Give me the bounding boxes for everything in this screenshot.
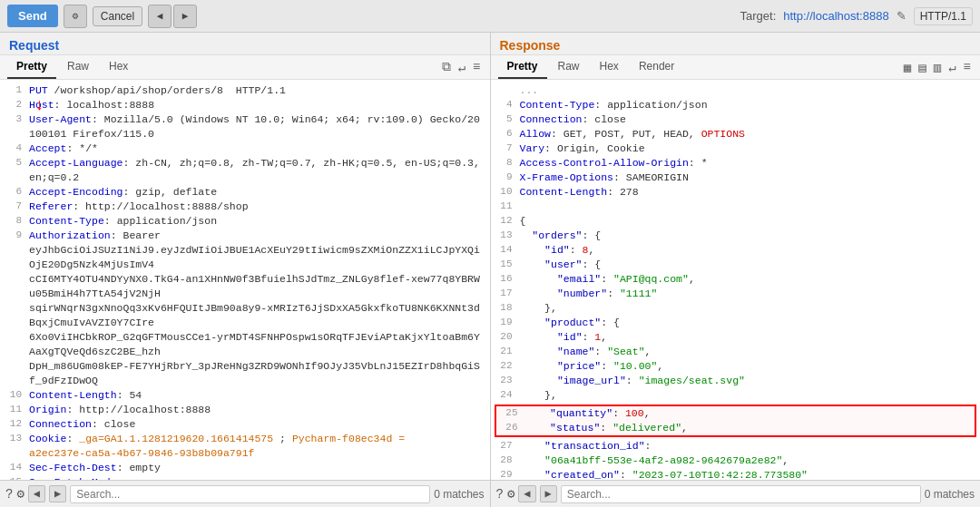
resp-json-14: 14 "id": 8,: [491, 243, 981, 258]
resp-json-25: 25 "quantity": 100,: [496, 406, 975, 421]
request-line-13: 13 Cookie: _ga=GA1.1.1281219620.16614145…: [0, 432, 490, 446]
settings-icon-left[interactable]: ⚙: [16, 486, 24, 502]
request-line-8: 8 Content-Type: application/json: [0, 214, 490, 229]
response-panel: Response Pretty Raw Hex Render ▦ ▤ ▥ ↵ ≡…: [491, 33, 981, 480]
layout-cols-icon[interactable]: ▥: [932, 58, 943, 77]
request-line-10: 10 Content-Length: 54: [0, 388, 490, 403]
matches-left: 0 matches: [434, 488, 484, 501]
resp-line-4: 4 Content-Type: application/json: [491, 98, 981, 112]
request-line-9d: 6Xo0ViIHCbkROP_G2qGFTMousCCe1-yrMDT4SFNH…: [0, 330, 490, 359]
resp-json-16: 16 "email": "API@qq.com",: [491, 272, 981, 287]
forward-nav-left[interactable]: ▶: [49, 485, 66, 502]
request-line-5: 5 Accept-Language: zh-CN, zh;q=0.8, zh-T…: [0, 156, 490, 185]
tab-hex-response[interactable]: Hex: [591, 55, 628, 79]
resp-json-20: 20 "id": 1,: [491, 330, 981, 345]
response-search-bar: ? ⚙ ◀ ▶ 0 matches: [491, 481, 981, 507]
question-icon-right[interactable]: ?: [496, 487, 504, 502]
back-arrow-icon[interactable]: ◀: [148, 5, 172, 28]
red-arrow-icon: ↓: [34, 96, 44, 114]
request-line-14: 14 Sec-Fetch-Dest: empty: [0, 461, 490, 475]
tab-hex-request[interactable]: Hex: [100, 55, 137, 79]
request-panel: Request Pretty Raw Hex ⧉ ↵ ≡ 1 PUT /work…: [0, 33, 491, 480]
nav-arrows: ◀ ▶: [148, 5, 197, 28]
resp-json-22: 22 "price": "10.00",: [491, 359, 981, 374]
http-method-badge[interactable]: HTTP/1.1: [914, 7, 973, 25]
layout-list-icon[interactable]: ▤: [916, 58, 927, 77]
search-input-request[interactable]: [70, 485, 430, 503]
resp-line-5: 5 Connection: close: [491, 112, 981, 127]
main-content: Request Pretty Raw Hex ⧉ ↵ ≡ 1 PUT /work…: [0, 33, 980, 480]
request-line-9: 9 Authorization: Bearer: [0, 229, 490, 243]
request-code-area[interactable]: 1 PUT /workshop/api/shop/orders/8 HTTP/1…: [0, 80, 490, 480]
tab-render-response[interactable]: Render: [630, 55, 683, 79]
request-line-15: 15 Sec-Fetch-Mode: cors: [0, 475, 490, 480]
layout-grid-icon[interactable]: ▦: [902, 58, 913, 77]
resp-json-12: 12 {: [491, 214, 981, 229]
wrap-icon-request[interactable]: ↵: [456, 58, 467, 77]
cancel-button[interactable]: Cancel: [93, 6, 142, 26]
request-line-11: 11 Origin: http://localhost:8888: [0, 403, 490, 417]
request-line-3: 3 User-Agent: Mozilla/5.0 (Windows NT 10…: [0, 112, 490, 141]
toolbar-right: Target: http://localhost:8888 ✎ HTTP/1.1: [740, 7, 973, 25]
request-line-9e: DpH_m86UGm08kEP-FE7YHjRbrY_3pJReHNg3ZRD9…: [0, 359, 490, 388]
matches-right: 0 matches: [925, 488, 975, 501]
menu-icon-response[interactable]: ≡: [962, 58, 973, 76]
back-nav-left[interactable]: ◀: [28, 485, 45, 502]
tab-raw-response[interactable]: Raw: [549, 55, 589, 79]
tab-raw-request[interactable]: Raw: [58, 55, 98, 79]
resp-line-7: 7 Vary: Origin, Cookie: [491, 141, 981, 156]
resp-json-23: 23 "image_url": "images/seat.svg": [491, 374, 981, 388]
request-search-bar: ? ⚙ ◀ ▶ 0 matches: [0, 481, 491, 507]
request-tabs-bar: Pretty Raw Hex ⧉ ↵ ≡: [0, 55, 490, 80]
resp-json-26: 26 "status": "delivered",: [496, 421, 975, 435]
resp-json-13: 13 "orders": {: [491, 229, 981, 243]
back-nav-right[interactable]: ◀: [518, 485, 535, 502]
resp-json-17: 17 "number": "1111": [491, 287, 981, 301]
resp-line-9: 9 X-Frame-Options: SAMEORIGIN: [491, 171, 981, 185]
request-line-9b: cCI6MTY4OTU4NDYyNX0.TkG4-an1XHnNW0f3Bfui…: [0, 272, 490, 301]
toolbar: Send ⚙ Cancel ◀ ▶ Target: http://localho…: [0, 0, 980, 33]
request-line-1: 1 PUT /workshop/api/shop/orders/8 HTTP/1…: [0, 83, 490, 98]
resp-line-11: 11: [491, 200, 981, 214]
copy-icon-request[interactable]: ⧉: [440, 58, 453, 76]
request-line-9a: eyJhbGciOiJSUzI1NiJ9.eyJzdWIiOiJBUE1AcXE…: [0, 243, 490, 272]
send-button[interactable]: Send: [7, 5, 58, 27]
settings-icon[interactable]: ⚙: [64, 5, 87, 28]
forward-arrow-icon[interactable]: ▶: [173, 5, 197, 28]
tab-pretty-response[interactable]: Pretty: [498, 55, 547, 79]
resp-json-27: 27 "transaction_id":: [491, 439, 981, 453]
request-line-7: 7 Referer: http://localhost:8888/shop: [0, 200, 490, 214]
forward-nav-right[interactable]: ▶: [540, 485, 557, 502]
bottom-bar: ? ⚙ ◀ ▶ 0 matches ? ⚙ ◀ ▶ 0 matches: [0, 480, 980, 507]
response-json-highlight: 25 "quantity": 100, 26 "status": "delive…: [495, 405, 977, 437]
request-line-12: 12 Connection: close: [0, 417, 490, 432]
target-label: Target:: [740, 9, 777, 23]
resp-line-cut: ...: [491, 83, 981, 98]
response-tab-icons: ▦ ▤ ▥ ↵ ≡: [902, 58, 973, 77]
response-title: Response: [491, 33, 981, 55]
request-tab-icons: ⧉ ↵ ≡: [440, 58, 483, 77]
resp-json-29: 29 "created_on": "2023-07-10T10:42:28.77…: [491, 468, 981, 480]
request-line-4: 4 Accept: */*: [0, 141, 490, 156]
resp-json-18: 18 },: [491, 301, 981, 316]
edit-icon[interactable]: ✎: [897, 9, 906, 23]
settings-icon-right[interactable]: ⚙: [507, 486, 514, 502]
resp-json-15: 15 "user": {: [491, 258, 981, 272]
menu-icon-request[interactable]: ≡: [471, 58, 482, 76]
wrap-icon-response[interactable]: ↵: [946, 58, 957, 77]
request-line-2: 2 Host: localhost:8888 ↓: [0, 98, 490, 112]
request-title: Request: [0, 33, 490, 55]
resp-line-10: 10 Content-Length: 278: [491, 185, 981, 200]
target-url[interactable]: http://localhost:8888: [783, 9, 888, 23]
response-code-area[interactable]: ... 4 Content-Type: application/json 5 C…: [491, 80, 981, 480]
resp-json-24: 24 },: [491, 388, 981, 403]
request-line-13a: a2ec237e-ca5a-4b67-9846-93b8b09a791f: [0, 446, 490, 461]
tab-pretty-request[interactable]: Pretty: [7, 55, 56, 79]
search-input-response[interactable]: [561, 485, 921, 503]
request-line-6: 6 Accept-Encoding: gzip, deflate: [0, 185, 490, 200]
resp-json-21: 21 "name": "Seat",: [491, 345, 981, 359]
resp-line-8: 8 Access-Control-Allow-Origin: *: [491, 156, 981, 171]
question-icon-left[interactable]: ?: [5, 487, 13, 502]
resp-line-6: 6 Allow: GET, POST, PUT, HEAD, OPTIONS: [491, 127, 981, 141]
request-line-9c: sqirWNqrN3gxNnoQq3xKv6HFQUItJBm90a8y9-xM…: [0, 301, 490, 330]
